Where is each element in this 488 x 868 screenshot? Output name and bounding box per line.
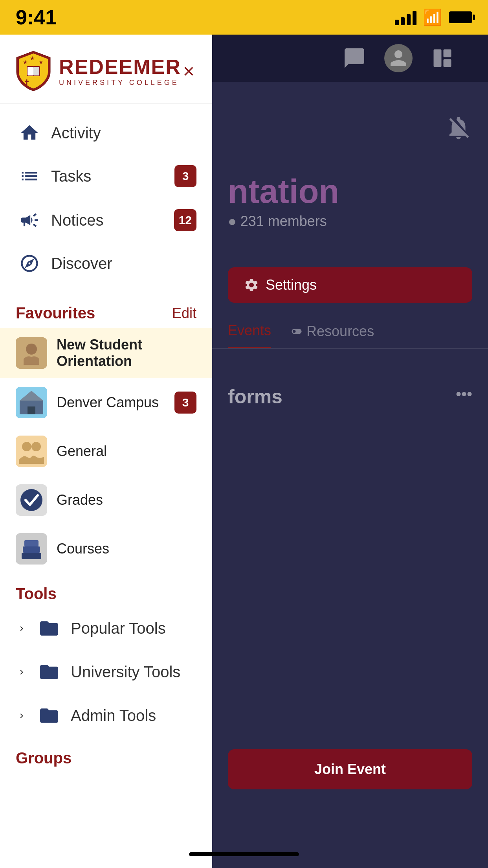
nav-section: Activity Tasks 3 Notices 12 [0,104,212,292]
svg-text:★: ★ [39,59,44,65]
nav-item-notices[interactable]: Notices 12 [0,198,212,242]
profile-icon [384,44,413,72]
svg-rect-24 [24,540,39,546]
bg-tab-events[interactable]: Events [228,322,271,348]
notification-muted-icon [445,114,472,143]
bg-tab-resources-label: Resources [306,323,374,340]
activity-label: Activity [51,124,196,142]
chat-icon [340,44,369,72]
favourites-edit-button[interactable]: Edit [172,305,196,322]
bg-partial-title: ntation [228,173,472,210]
notices-label: Notices [51,211,174,229]
notices-badge: 12 [174,209,196,231]
bg-post-title: forms [228,385,283,408]
svg-text:✝: ✝ [24,79,29,86]
svg-point-11 [26,344,37,355]
bg-settings-button[interactable]: Settings [228,267,472,303]
menu-drawer: ★ ★ ★ ✝ REDEEMER UNIVERSITY COLLEGE × [0,35,212,868]
svg-rect-2 [444,59,451,67]
svg-rect-0 [434,50,442,67]
bg-settings-label: Settings [266,277,317,293]
admin-tools-label: Admin Tools [71,707,156,725]
tasks-icon [16,166,43,186]
general-label: General [57,443,196,460]
svg-text:★: ★ [30,55,35,61]
tools-title: Tools [16,585,57,602]
svg-point-20 [20,489,42,511]
svg-rect-22 [22,553,41,559]
logo-container: ★ ★ ★ ✝ REDEEMER UNIVERSITY COLLEGE [16,50,181,92]
redeemer-shield-icon: ★ ★ ★ ✝ [16,50,51,92]
svg-rect-7 [28,67,33,75]
favourites-header: Favourites Edit [0,292,212,328]
megaphone-icon [16,210,43,230]
svg-rect-15 [28,406,35,414]
fav-item-denver[interactable]: Denver Campus 3 [0,378,212,427]
university-tools-arrow-icon [16,666,28,678]
battery-icon [449,11,472,23]
join-event-label: Join Event [314,761,386,777]
svg-point-17 [22,442,31,451]
nav-item-tasks[interactable]: Tasks 3 [0,154,212,198]
status-bar: 9:41 📶 [0,0,488,35]
bg-title-section: ntation ● 231 members [212,165,488,237]
bg-settings-area: Settings [212,267,488,303]
grades-label: Grades [57,492,196,508]
status-time: 9:41 [16,6,57,29]
bg-header [212,35,488,82]
wifi-icon: 📶 [423,8,442,27]
bg-post-area: forms ••• [212,370,488,424]
svg-point-18 [31,442,41,451]
groups-title: Groups [16,749,72,767]
logo-area: ★ ★ ★ ✝ REDEEMER UNIVERSITY COLLEGE × [0,35,212,104]
tool-item-popular[interactable]: Popular Tools [0,607,212,650]
general-avatar [16,436,47,467]
denver-label: Denver Campus [57,394,174,411]
denver-badge: 3 [174,392,196,414]
bg-join-event-area: Join Event [212,749,488,789]
nso-label: New Student Orientation [57,337,196,370]
popular-tools-label: Popular Tools [71,620,166,637]
svg-rect-8 [33,67,39,75]
bg-notification-area [271,98,488,159]
join-event-button[interactable]: Join Event [228,749,472,789]
favourites-title: Favourites [16,304,95,322]
compass-icon [16,253,43,274]
nav-item-activity[interactable]: Activity [0,112,212,154]
bg-tabs: Events Resources [212,322,488,349]
tasks-badge: 3 [174,165,196,187]
university-tools-folder-icon [35,661,63,683]
layout-icon [428,44,457,72]
admin-tools-folder-icon [35,705,63,726]
svg-text:★: ★ [23,59,28,65]
svg-rect-1 [444,50,451,57]
popular-tools-folder-icon [35,618,63,639]
denver-avatar [16,387,47,418]
status-icons: 📶 [395,8,472,27]
more-options-icon[interactable]: ••• [456,385,472,403]
close-menu-button[interactable]: × [181,59,196,83]
close-icon: × [183,61,194,81]
university-subtitle: UNIVERSITY COLLEGE [59,79,181,87]
tools-header: Tools [0,573,212,607]
tool-item-admin[interactable]: Admin Tools [0,694,212,737]
tasks-label: Tasks [51,167,174,185]
courses-avatar [16,533,47,565]
courses-label: Courses [57,541,196,557]
bg-header-icons [340,44,472,72]
fav-item-courses[interactable]: Courses [0,524,212,573]
bg-members-text: ● 231 members [228,213,472,230]
fav-item-general[interactable]: General [0,427,212,476]
logo-text: REDEEMER UNIVERSITY COLLEGE [59,55,181,87]
nso-avatar [16,337,47,369]
fav-item-nso[interactable]: New Student Orientation [0,328,212,378]
home-indicator [189,852,299,856]
home-icon [16,123,43,143]
fav-item-grades[interactable]: Grades [0,476,212,524]
bg-tab-resources[interactable]: Resources [291,322,374,348]
admin-tools-arrow-icon [16,710,28,722]
university-tools-label: University Tools [71,663,180,681]
tool-item-university[interactable]: University Tools [0,650,212,694]
nav-item-discover[interactable]: Discover [0,242,212,285]
signal-icon [395,9,416,25]
